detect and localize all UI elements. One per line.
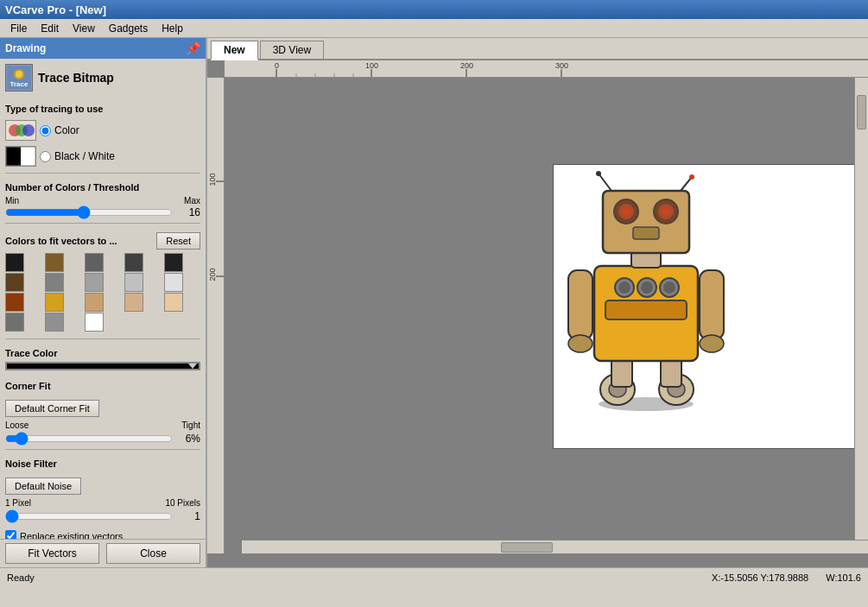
- default-noise-button[interactable]: Default Noise: [5, 477, 81, 495]
- color-cell-1b: [65, 253, 84, 272]
- replace-vectors-label[interactable]: Replace existing vectors: [20, 531, 123, 540]
- corner-value: 6%: [176, 433, 200, 445]
- svg-rect-45: [700, 270, 724, 339]
- color-cell-31[interactable]: [45, 313, 64, 332]
- spacer-35: [164, 313, 183, 332]
- color-cell-1[interactable]: [45, 253, 64, 272]
- min-label: Min: [5, 196, 19, 205]
- status-text: Ready: [7, 572, 35, 583]
- spacer-23: [144, 293, 163, 312]
- default-corner-button[interactable]: Default Corner Fit: [5, 400, 99, 417]
- canvas-area: New 3D View 0 100 200 300: [207, 38, 868, 567]
- noise-max-label: 10 Pixels: [165, 498, 200, 508]
- color-cell-0[interactable]: [5, 253, 24, 272]
- spacer-32: [105, 313, 124, 332]
- menu-help[interactable]: Help: [155, 21, 190, 36]
- color-cell-12[interactable]: [85, 273, 104, 292]
- menu-edit[interactable]: Edit: [34, 21, 66, 36]
- color-cell-3[interactable]: [124, 253, 143, 272]
- color-cell-14[interactable]: [164, 273, 183, 292]
- canvas-wrapper: 0 100 200 300: [207, 60, 868, 567]
- slider-labels: Min Max: [5, 196, 200, 205]
- bw-icon: [5, 146, 36, 167]
- svg-text:100: 100: [365, 61, 378, 70]
- svg-point-50: [622, 207, 630, 216]
- svg-text:0: 0: [275, 61, 279, 70]
- status-width: W:101.6: [826, 572, 861, 583]
- vertical-scrollbar[interactable]: [854, 78, 868, 540]
- bw-radio-row: Black / White: [5, 146, 200, 167]
- spacer-30: [25, 313, 44, 332]
- spacer-34: [144, 313, 163, 332]
- loose-label: Loose: [5, 420, 29, 430]
- noise-min-label: 1 Pixel: [5, 498, 31, 508]
- color-cell-4[interactable]: [164, 253, 183, 272]
- color-cell-2b: [105, 253, 124, 272]
- fit-vectors-button[interactable]: Fit Vectors: [5, 543, 99, 564]
- bw-radio-label[interactable]: Black / White: [54, 150, 115, 162]
- titlebar: VCarve Pro - [New]: [0, 0, 868, 19]
- color-radio-label[interactable]: Color: [54, 124, 79, 136]
- dropdown-arrow: [188, 364, 197, 369]
- svg-rect-54: [633, 227, 659, 239]
- noise-slider-labels: 1 Pixel 10 Pixels: [5, 498, 200, 508]
- color-cell-11[interactable]: [45, 273, 64, 292]
- svg-rect-44: [568, 270, 592, 339]
- noise-slider[interactable]: [5, 509, 173, 523]
- tool-icon: Trace: [5, 64, 33, 92]
- canvas-viewport[interactable]: [225, 78, 868, 553]
- corner-fit-row: Default Corner Fit: [5, 400, 200, 417]
- num-colors-label: Number of Colors / Threshold: [5, 182, 200, 193]
- panel-content: Trace Trace Bitmap Type of tracing to us…: [0, 59, 206, 539]
- tracing-label: Type of tracing to use: [5, 104, 200, 114]
- tabs-bar: New 3D View: [207, 38, 868, 60]
- close-button[interactable]: Close: [106, 543, 200, 564]
- svg-rect-11: [225, 60, 868, 78]
- paper: [553, 164, 868, 449]
- left-panel: Drawing 📌 Trace Trace Bitmap Type of tra…: [0, 38, 207, 567]
- v-scroll-thumb[interactable]: [857, 95, 866, 130]
- svg-rect-9: [21, 147, 35, 166]
- tab-3d-view[interactable]: 3D View: [260, 41, 324, 59]
- color-cell-24[interactable]: [164, 293, 183, 312]
- svg-rect-8: [6, 147, 21, 166]
- svg-rect-24: [207, 78, 225, 553]
- color-cell-13[interactable]: [124, 273, 143, 292]
- svg-rect-47: [603, 191, 689, 253]
- color-cell-22[interactable]: [85, 293, 104, 312]
- menu-gadgets[interactable]: Gadgets: [102, 21, 155, 36]
- spacer-10: [25, 273, 44, 292]
- corner-fit-slider[interactable]: [5, 432, 173, 446]
- tab-new[interactable]: New: [211, 41, 258, 60]
- color-cell-23[interactable]: [124, 293, 143, 312]
- bw-radio[interactable]: [40, 151, 51, 162]
- color-radio[interactable]: [40, 125, 51, 136]
- color-cell-32[interactable]: [85, 313, 104, 332]
- reset-button[interactable]: Reset: [156, 232, 200, 250]
- menu-view[interactable]: View: [66, 21, 102, 36]
- replace-vectors-checkbox[interactable]: [5, 530, 16, 539]
- statusbar: Ready X:-15.5056 Y:178.9888 W:101.6: [0, 567, 868, 586]
- menu-file[interactable]: File: [3, 21, 34, 36]
- svg-text:300: 300: [555, 61, 568, 70]
- color-cell-10[interactable]: [5, 273, 24, 292]
- pin-icon[interactable]: 📌: [186, 41, 200, 55]
- trace-color-dropdown[interactable]: [5, 362, 200, 370]
- corner-fit-label: Corner Fit: [5, 381, 200, 391]
- tool-title-row: Trace Trace Bitmap: [5, 64, 200, 92]
- h-scroll-thumb[interactable]: [501, 542, 553, 553]
- color-cell-21[interactable]: [45, 293, 64, 312]
- color-cell-2[interactable]: [85, 253, 104, 272]
- horizontal-scrollbar[interactable]: [242, 540, 868, 553]
- ruler-top: 0 100 200 300: [225, 60, 868, 78]
- svg-point-2: [16, 71, 22, 78]
- color-cell-30[interactable]: [5, 313, 24, 332]
- tight-label: Tight: [181, 420, 200, 430]
- colors-slider[interactable]: [5, 205, 173, 219]
- panel-header: Drawing 📌: [0, 38, 206, 59]
- replace-vectors-row: Replace existing vectors: [5, 530, 200, 539]
- svg-point-53: [662, 207, 670, 216]
- svg-line-57: [681, 177, 692, 191]
- color-cell-3b: [144, 253, 163, 272]
- color-cell-20[interactable]: [5, 293, 24, 312]
